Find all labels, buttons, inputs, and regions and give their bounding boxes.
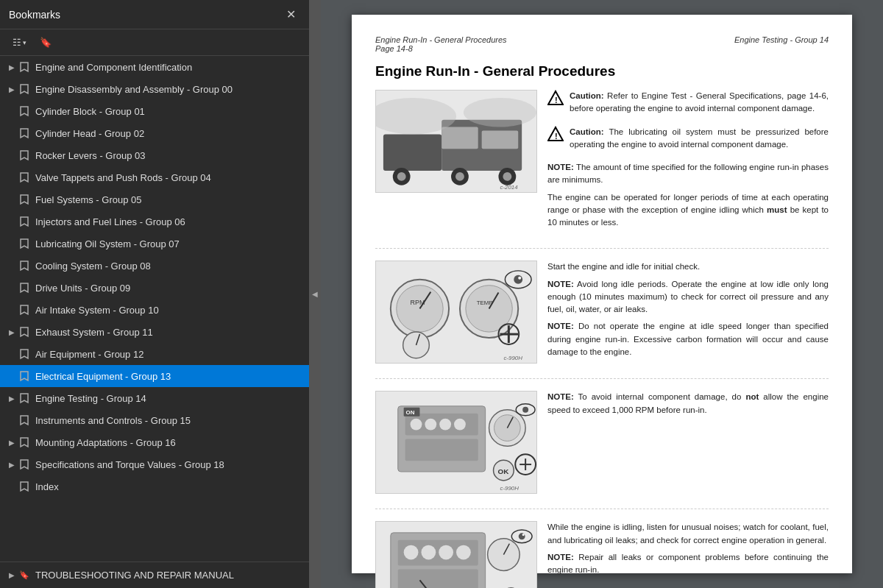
- bookmark-label-valve-tappets: Valve Tappets and Push Rods - Group 04: [35, 172, 303, 183]
- bookmark-item-instruments[interactable]: Instruments and Controls - Group 15: [0, 409, 309, 431]
- footer-bookmark-icon: 🔖: [18, 570, 31, 580]
- section4-para1: While the engine is idling, listen for u…: [547, 521, 829, 547]
- expand-arrow-mounting[interactable]: [6, 439, 18, 447]
- svg-text:c-2014: c-2014: [500, 183, 518, 190]
- pdf-section-4: c-990H While the engine is idling, liste…: [375, 521, 829, 588]
- caution-text-1: Caution: Refer to Engine Test - General …: [570, 90, 829, 116]
- bookmark-item-specifications[interactable]: Specifications and Torque Values - Group…: [0, 453, 309, 475]
- panel-handle[interactable]: [309, 0, 321, 588]
- bookmarks-footer[interactable]: 🔖 TROUBLESHOOTING AND REPAIR MANUAL: [0, 562, 309, 588]
- bookmark-label-cylinder-block: Cylinder Block - Group 01: [35, 106, 303, 117]
- bookmark-icon-lubricating: [18, 238, 31, 249]
- bookmark-item-rocker-levers[interactable]: Rocker Levers - Group 03: [0, 144, 309, 166]
- pdf-page-header: Engine Run-In - General Procedures Page …: [375, 35, 829, 53]
- bookmark-item-fuel-systems[interactable]: Fuel Systems - Group 05: [0, 188, 309, 210]
- bookmark-item-engine-testing[interactable]: Engine Testing - Group 14: [0, 387, 309, 409]
- warning-triangle-icon-2: !: [547, 126, 564, 142]
- bookmark-icon-cooling: [18, 260, 31, 272]
- svg-point-64: [456, 545, 471, 560]
- bookmark-item-lubricating[interactable]: Lubricating Oil System - Group 07: [0, 233, 309, 255]
- bookmark-item-electrical[interactable]: Electrical Equipment - Group 13: [0, 365, 309, 387]
- divider-3: [375, 509, 829, 509]
- normal-text-1: The engine can be operated for longer pe…: [547, 191, 829, 230]
- bookmark-item-cooling[interactable]: Cooling System - Group 08: [0, 255, 309, 277]
- bookmark-label-fuel-systems: Fuel Systems - Group 05: [35, 194, 303, 205]
- section2-note1: NOTE: Avoid long idle periods. Operate t…: [547, 278, 829, 316]
- svg-point-63: [439, 545, 453, 560]
- bookmark-icon-air-equipment: [18, 348, 31, 360]
- bookmark-item-air-equipment[interactable]: Air Equipment - Group 12: [0, 343, 309, 365]
- bookmark-label-engine-id: Engine and Component Identification: [35, 62, 303, 73]
- expand-arrow-exhaust[interactable]: [6, 328, 18, 336]
- expand-arrow-engine-disassembly[interactable]: [6, 85, 18, 93]
- bookmark-label-drive-units: Drive Units - Group 09: [35, 283, 303, 294]
- bookmark-label-index: Index: [35, 481, 303, 492]
- divider-2: [375, 378, 829, 379]
- bookmark-icon-index: [18, 481, 31, 492]
- svg-text:c-990H: c-990H: [503, 355, 522, 361]
- svg-text:ON: ON: [406, 409, 415, 416]
- caution-row-1: ! Caution: Refer to Engine Test - Genera…: [547, 90, 829, 120]
- bookmark-icon-cylinder-block: [18, 105, 31, 117]
- bookmark-label-cooling: Cooling System - Group 08: [35, 261, 303, 272]
- svg-point-55: [522, 407, 528, 413]
- bookmark-icon-cylinder-head: [18, 127, 31, 139]
- bookmark-item-valve-tappets[interactable]: Valve Tappets and Push Rods - Group 04: [0, 166, 309, 188]
- pdf-text-1: ! Caution: Refer to Engine Test - Genera…: [547, 90, 829, 233]
- bookmark-item-cylinder-head[interactable]: Cylinder Head - Group 02: [0, 122, 309, 144]
- svg-point-35: [518, 277, 521, 280]
- bookmark-icon-engine-disassembly: [18, 83, 31, 95]
- bookmark-item-engine-id[interactable]: Engine and Component Identification: [0, 56, 309, 78]
- bookmarks-header: Bookmarks ✕: [0, 0, 309, 29]
- bookmark-icon-drive-units: [18, 282, 31, 294]
- expand-dropdown-arrow: ▾: [23, 39, 26, 46]
- svg-point-74: [522, 534, 525, 536]
- bookmark-options-button[interactable]: 🔖: [35, 34, 57, 51]
- footer-expand-arrow[interactable]: [6, 571, 18, 579]
- svg-point-61: [404, 545, 419, 560]
- svg-point-47: [494, 415, 521, 442]
- bookmark-label-air-intake: Air Intake System - Group 10: [35, 305, 303, 316]
- expand-arrow-specifications[interactable]: [6, 461, 18, 469]
- bookmark-item-drive-units[interactable]: Drive Units - Group 09: [0, 277, 309, 299]
- svg-text:!: !: [555, 132, 558, 141]
- bookmark-icon-engine-id: [18, 61, 31, 73]
- bookmark-label-mounting: Mounting Adaptations - Group 16: [35, 437, 303, 448]
- expand-arrow-engine-id[interactable]: [6, 63, 18, 71]
- svg-point-20: [397, 286, 443, 332]
- svg-rect-39: [405, 439, 478, 461]
- expand-all-button[interactable]: ☷ ▾: [7, 34, 32, 51]
- pdf-image-2: RPM TEMP c-990H: [375, 261, 537, 364]
- bookmark-icon-mounting: [18, 436, 31, 448]
- close-button[interactable]: ✕: [282, 6, 300, 23]
- expand-arrow-engine-testing[interactable]: [6, 394, 18, 403]
- section2-para1: Start the engine and idle for initial ch…: [547, 261, 829, 273]
- bookmark-icon-engine-testing: [18, 392, 31, 404]
- bookmark-icon-electrical: [18, 370, 31, 382]
- svg-point-41: [425, 419, 436, 431]
- bookmark-icon-specifications: [18, 458, 31, 470]
- bookmarks-list: Engine and Component IdentificationEngin…: [0, 56, 309, 562]
- bookmark-item-index[interactable]: Index: [0, 475, 309, 497]
- bookmark-icon-injectors: [18, 216, 31, 227]
- bookmark-item-air-intake[interactable]: Air Intake System - Group 10: [0, 299, 309, 321]
- pdf-section-2: RPM TEMP c-990H: [375, 261, 829, 364]
- pdf-text-3: NOTE: To avoid internal component damage…: [547, 391, 829, 421]
- svg-point-34: [514, 275, 522, 284]
- bookmark-label-engine-disassembly: Engine Disassembly and Assembly - Group …: [35, 84, 303, 95]
- bookmark-label-injectors: Injectors and Fuel Lines - Group 06: [35, 216, 303, 227]
- bookmark-item-cylinder-block[interactable]: Cylinder Block - Group 01: [0, 100, 309, 122]
- bookmark-label-rocker-levers: Rocker Levers - Group 03: [35, 150, 303, 161]
- note-text-1: NOTE: The amount of time specified for t…: [547, 161, 829, 187]
- pdf-text-2: Start the engine and idle for initial ch…: [547, 261, 829, 363]
- bookmark-item-engine-disassembly[interactable]: Engine Disassembly and Assembly - Group …: [0, 78, 309, 100]
- bookmark-item-injectors[interactable]: Injectors and Fuel Lines - Group 06: [0, 210, 309, 233]
- bookmark-item-exhaust[interactable]: Exhaust System - Group 11: [0, 321, 309, 343]
- svg-rect-10: [482, 130, 519, 149]
- bookmark-label-lubricating: Lubricating Oil System - Group 07: [35, 238, 303, 249]
- bookmark-item-mounting[interactable]: Mounting Adaptations - Group 16: [0, 431, 309, 453]
- warning-triangle-icon-1: !: [547, 90, 564, 106]
- bookmark-label-engine-testing: Engine Testing - Group 14: [35, 393, 303, 404]
- engine-illustration: ON OK c-990H: [376, 392, 536, 494]
- bookmark-label-electrical: Electrical Equipment - Group 13: [35, 371, 303, 382]
